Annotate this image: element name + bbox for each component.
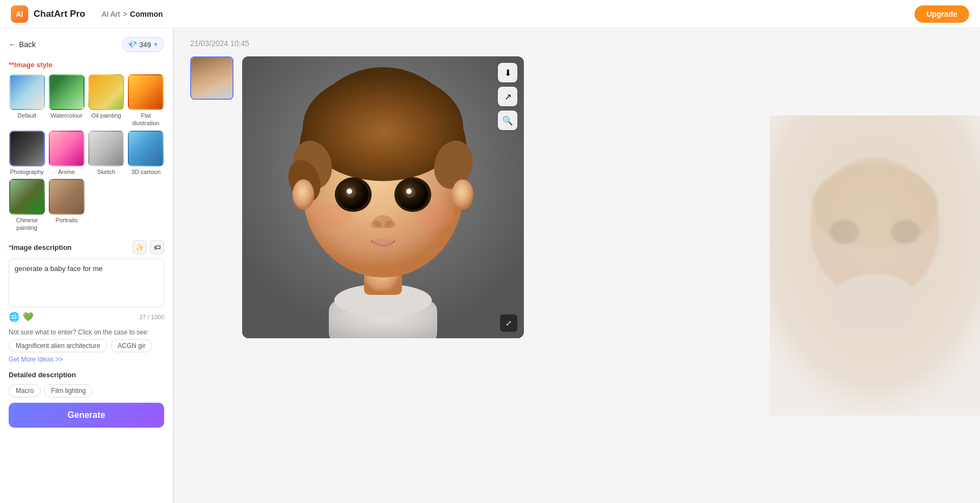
description-icons: ✨ 🏷 [133,240,164,254]
svg-point-26 [293,179,314,210]
suggestion-chip-0[interactable]: Magnificent alien architecture [9,339,107,352]
svg-rect-35 [833,290,917,329]
add-credits-button[interactable]: + [153,40,158,49]
style-item-photography[interactable]: Photography [9,131,45,176]
detail-chips: Macro Film lighting [9,384,164,397]
baby-face-svg [242,56,524,338]
svg-point-24 [385,221,395,228]
image-style-title: **Image style [9,61,164,69]
style-label-flat: Flat illustration [128,112,164,127]
back-label: Back [19,40,36,49]
style-item-watercolour[interactable]: Watercolour [48,74,85,127]
back-bar: ← Back 💎 349 + [9,37,164,52]
thumbnail-0[interactable] [190,56,233,100]
description-header: *Image description ✨ 🏷 [9,240,164,254]
expand-button[interactable]: ⤢ [500,314,517,332]
description-footer: 🌐 💚 27 / 1000 [9,312,164,322]
sidebar: ← Back 💎 349 + **Image style Default Wat… [0,28,173,503]
zoom-button[interactable]: 🔍 [498,111,517,130]
background-image-svg [770,28,980,503]
app-header: AI ChatArt Pro AI Art > Common Upgrade [0,0,980,28]
image-actions: ⬇ ↗ 🔍 [498,63,517,130]
description-textarea[interactable]: generate a baby face for me [9,259,164,307]
style-label-watercolour: Watercolour [50,112,82,119]
thumbnail-img-0 [191,57,232,99]
style-thumb-default [9,74,45,110]
detailed-description-title: Detailed description [9,371,164,379]
generate-button[interactable]: Generate [9,403,164,428]
center-panel: 21/03/2024 10:45 [174,28,770,503]
detail-chip-macro[interactable]: Macro [9,384,41,397]
style-item-portraits[interactable]: Portraits [48,179,85,232]
suggestion-chip-1[interactable]: ACGN gir [111,339,152,352]
diamond-icon: 💎 [128,40,137,49]
back-arrow-icon: ← [9,40,16,49]
detail-chip-film[interactable]: Film lighting [44,384,93,397]
style-thumb-photography [9,131,45,166]
style-label-photography: Photography [10,168,43,176]
image-description-title: *Image description [9,243,72,252]
style-thumb-sketch [88,131,124,166]
svg-point-33 [891,220,920,244]
style-item-chinese[interactable]: Chinese painting [9,179,45,232]
back-button[interactable]: ← Back [9,40,36,49]
credits-amount: 349 [139,41,151,49]
share-button[interactable]: ↗ [498,87,517,106]
style-label-anime: Anime [58,168,75,176]
app-logo-icon: AI [11,5,28,23]
get-more-ideas-link[interactable]: Get More Ideas >> [9,356,164,363]
upgrade-button[interactable]: Upgrade [914,5,969,23]
download-button[interactable]: ⬇ [498,63,517,82]
svg-point-25 [373,238,393,247]
svg-point-27 [452,179,473,210]
tag-button[interactable]: 🏷 [150,240,164,254]
style-thumb-oil [88,74,124,110]
breadcrumb-current: Common [130,10,163,18]
style-item-default[interactable]: Default [9,74,45,127]
header-left: AI ChatArt Pro AI Art > Common [11,5,163,23]
svg-point-23 [371,221,381,228]
svg-point-17 [347,189,352,194]
style-thumb-flat [128,74,164,110]
style-thumb-portraits [49,179,85,215]
style-item-sketch[interactable]: Sketch [88,131,125,176]
main-image-container: ⬇ ↗ 🔍 ⤢ [242,56,524,338]
app-logo-text: ChatArt Pro [34,9,85,20]
style-label-chinese: Chinese painting [9,216,45,232]
svg-point-21 [406,189,412,194]
style-grid: Default Watercolour Oil painting Flat il… [9,74,164,231]
style-item-oil[interactable]: Oil painting [88,74,125,127]
style-label-portraits: Portraits [55,216,77,224]
main-layout: ← Back 💎 349 + **Image style Default Wat… [0,28,980,503]
gem-button[interactable]: 💚 [23,312,34,322]
style-label-oil: Oil painting [92,112,121,119]
wand-button[interactable]: ✨ [133,240,147,254]
main-image [242,56,524,338]
emoji-icons-row: 🌐 💚 [9,312,34,322]
char-count: 27 / 1000 [139,314,164,320]
breadcrumb-separator: > [123,10,127,18]
svg-point-32 [829,220,859,244]
thumbnail-list [190,56,233,338]
credits-badge: 💎 349 + [122,37,164,52]
style-thumb-anime [49,131,85,166]
timestamp: 21/03/2024 10:45 [190,39,754,48]
style-item-3dcartoon[interactable]: 3D cartoon [128,131,164,176]
style-label-3dcartoon: 3D cartoon [131,168,160,176]
style-thumb-watercolour [49,74,85,110]
image-viewer: ⬇ ↗ 🔍 ⤢ [190,56,754,338]
suggestion-label: Not sure what to enter? Click on the cas… [9,328,164,336]
suggestion-chips: Magnificent alien architecture ACGN gir [9,339,164,352]
breadcrumb-parent: AI Art [101,10,120,18]
style-item-flat[interactable]: Flat illustration [128,74,164,127]
style-label-sketch: Sketch [97,168,115,176]
style-label-default: Default [17,112,36,119]
right-panel [770,28,980,503]
style-thumb-chinese [9,179,45,215]
breadcrumb: AI Art > Common [101,10,163,18]
emoji-button[interactable]: 🌐 [9,312,20,322]
style-item-anime[interactable]: Anime [48,131,85,176]
style-thumb-3dcartoon [128,131,164,166]
